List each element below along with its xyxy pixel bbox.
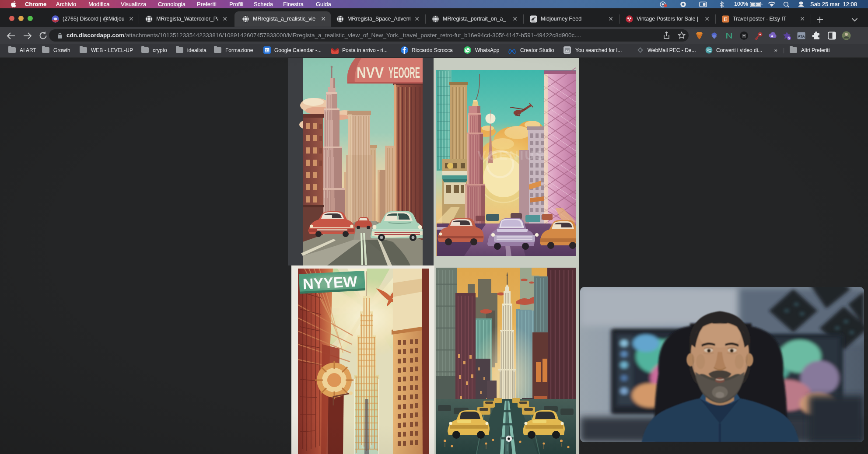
- svg-text:31: 31: [265, 49, 269, 52]
- svg-text:ATA: ATA: [798, 34, 805, 38]
- svg-text:H: H: [742, 34, 746, 38]
- svg-text:5: 5: [788, 37, 790, 40]
- svg-text:E: E: [724, 16, 727, 22]
